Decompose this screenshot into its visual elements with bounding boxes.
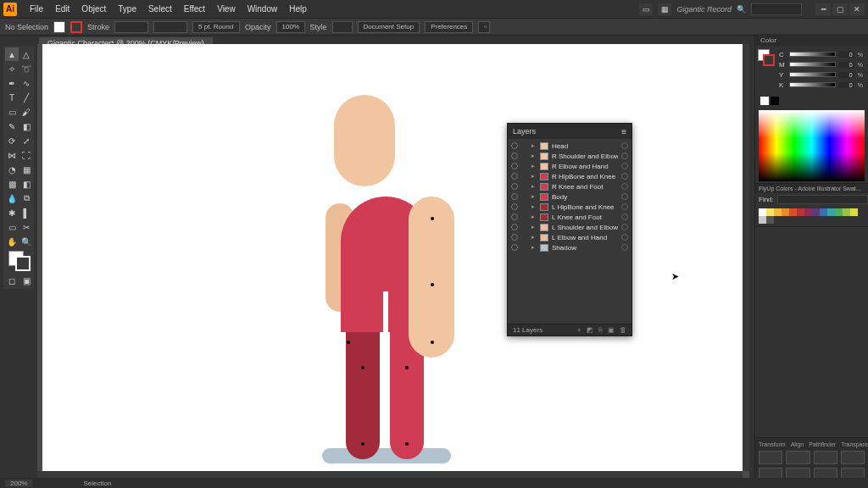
layer-row[interactable]: ▸L Elbow and Hand: [508, 232, 632, 242]
window-close-button[interactable]: ✕: [849, 3, 865, 15]
expand-triangle-icon[interactable]: ▸: [531, 183, 537, 190]
slice-tool[interactable]: ✂: [19, 220, 33, 234]
shape-builder-tool[interactable]: ◔: [5, 163, 19, 176]
expand-triangle-icon[interactable]: ▸: [531, 142, 537, 149]
menu-window[interactable]: Window: [242, 4, 284, 14]
channel-slider[interactable]: [789, 62, 836, 67]
width-tool[interactable]: ⋈: [5, 148, 19, 162]
layer-name-label[interactable]: L Elbow and Hand: [552, 234, 618, 241]
tab-transparency[interactable]: Transparency: [841, 441, 868, 447]
mesh-tool[interactable]: ▩: [5, 177, 19, 191]
fill-stroke-control[interactable]: [5, 249, 33, 273]
stroke-swatch[interactable]: [70, 21, 82, 33]
arrange-icon[interactable]: ▦: [658, 3, 671, 15]
window-minimize-button[interactable]: ━: [815, 3, 831, 15]
variable-width-profile[interactable]: [153, 21, 187, 33]
mini-swatch-white[interactable]: [760, 97, 769, 105]
layer-name-label[interactable]: Body: [552, 193, 618, 201]
channel-value[interactable]: 0: [839, 62, 854, 68]
locate-object-icon[interactable]: ⌖: [577, 326, 581, 335]
transform-link-button[interactable]: [841, 451, 865, 464]
gradient-tool[interactable]: ◧: [19, 177, 33, 191]
layer-row[interactable]: ▸L HipBone and Knee: [508, 202, 632, 212]
visibility-toggle-icon[interactable]: [511, 244, 518, 251]
panel-menu-icon[interactable]: ≡: [621, 127, 626, 136]
channel-slider[interactable]: [789, 82, 836, 87]
fill-swatch[interactable]: [53, 21, 65, 33]
perspective-grid-tool[interactable]: ▦: [19, 163, 33, 176]
graphic-style-select[interactable]: [332, 21, 353, 33]
swatch-chip[interactable]: [812, 208, 820, 216]
channel-value[interactable]: 0: [839, 52, 854, 58]
expand-triangle-icon[interactable]: ▸: [531, 173, 537, 180]
expand-triangle-icon[interactable]: ▸: [531, 193, 537, 200]
visibility-toggle-icon[interactable]: [511, 152, 518, 159]
paintbrush-tool[interactable]: 🖌: [19, 105, 33, 119]
swatch-chip[interactable]: [827, 208, 835, 216]
swatch-chip[interactable]: [766, 216, 774, 224]
layer-name-label[interactable]: R Knee and Foot: [552, 183, 618, 191]
draw-normal-mode[interactable]: ◻: [5, 274, 19, 287]
expand-triangle-icon[interactable]: ▸: [531, 234, 537, 241]
brush-definition[interactable]: 5 pt. Round: [192, 21, 240, 33]
visibility-toggle-icon[interactable]: [511, 214, 518, 220]
visibility-toggle-icon[interactable]: [511, 203, 518, 210]
swatch-chip[interactable]: [759, 208, 766, 216]
target-icon[interactable]: [621, 214, 628, 220]
window-maximize-button[interactable]: ▢: [832, 3, 848, 15]
color-spectrum[interactable]: [759, 110, 865, 181]
layers-panel-header[interactable]: Layers ≡: [508, 124, 632, 139]
layer-name-label[interactable]: Head: [552, 142, 618, 150]
channel-value[interactable]: 0: [839, 72, 854, 78]
target-icon[interactable]: [621, 142, 628, 149]
channel-value[interactable]: 0: [839, 82, 854, 88]
magic-wand-tool[interactable]: ✧: [5, 62, 19, 75]
layer-name-label[interactable]: R Elbow and Hand: [552, 163, 618, 170]
layer-row[interactable]: ▸Head: [508, 141, 632, 151]
layer-name-label[interactable]: L Shoulder and Elbow: [552, 224, 618, 231]
layer-name-label[interactable]: R Shoulder and Elbow: [552, 152, 618, 160]
menu-object[interactable]: Object: [75, 4, 112, 14]
target-icon[interactable]: [621, 152, 628, 159]
align-to-select[interactable]: ▫: [478, 21, 490, 33]
stroke-color-swatch[interactable]: [15, 256, 31, 271]
layer-row[interactable]: ▸L Shoulder and Elbow: [508, 222, 632, 232]
target-icon[interactable]: [621, 173, 628, 180]
expand-triangle-icon[interactable]: ▸: [531, 163, 537, 169]
type-tool[interactable]: T: [5, 91, 19, 104]
zoom-level[interactable]: 200%: [5, 480, 32, 487]
target-icon[interactable]: [621, 183, 628, 190]
visibility-toggle-icon[interactable]: [511, 193, 518, 200]
channel-slider[interactable]: [789, 72, 836, 77]
tab-align[interactable]: Align: [791, 441, 804, 447]
visibility-toggle-icon[interactable]: [511, 163, 518, 169]
zoom-tool[interactable]: 🔍: [19, 235, 33, 248]
vertical-scrollbar[interactable]: [743, 44, 749, 471]
stroke-weight-input[interactable]: [114, 21, 148, 33]
eyedropper-tool[interactable]: 💧: [5, 191, 19, 205]
hand-tool[interactable]: ✋: [5, 235, 19, 248]
new-sublayer-icon[interactable]: ⎘: [598, 326, 603, 335]
layer-row[interactable]: ▸Shadow: [508, 242, 632, 252]
preferences-button[interactable]: Preferences: [425, 21, 473, 33]
target-icon[interactable]: [621, 234, 628, 241]
tab-transform[interactable]: Transform: [759, 441, 786, 447]
rotate-tool[interactable]: ⟳: [5, 134, 19, 147]
horizontal-scrollbar[interactable]: [37, 471, 743, 478]
target-icon[interactable]: [621, 193, 628, 200]
menu-effect[interactable]: Effect: [178, 4, 211, 14]
menu-type[interactable]: Type: [112, 4, 142, 14]
shaper-tool[interactable]: ✎: [5, 119, 19, 133]
channel-slider[interactable]: [789, 52, 836, 57]
swatch-chip[interactable]: [835, 208, 843, 216]
swatch-chip[interactable]: [804, 208, 812, 216]
delete-layer-icon[interactable]: 🗑: [620, 326, 626, 335]
swatch-chip[interactable]: [759, 216, 766, 224]
scale-tool[interactable]: ⤢: [19, 134, 33, 147]
swatches-find-input[interactable]: [777, 195, 868, 204]
swatch-chip[interactable]: [782, 208, 789, 216]
expand-triangle-icon[interactable]: ▸: [531, 203, 537, 210]
target-icon[interactable]: [621, 203, 628, 210]
free-transform-tool[interactable]: ⛶: [19, 148, 33, 162]
menu-file[interactable]: File: [24, 4, 49, 14]
